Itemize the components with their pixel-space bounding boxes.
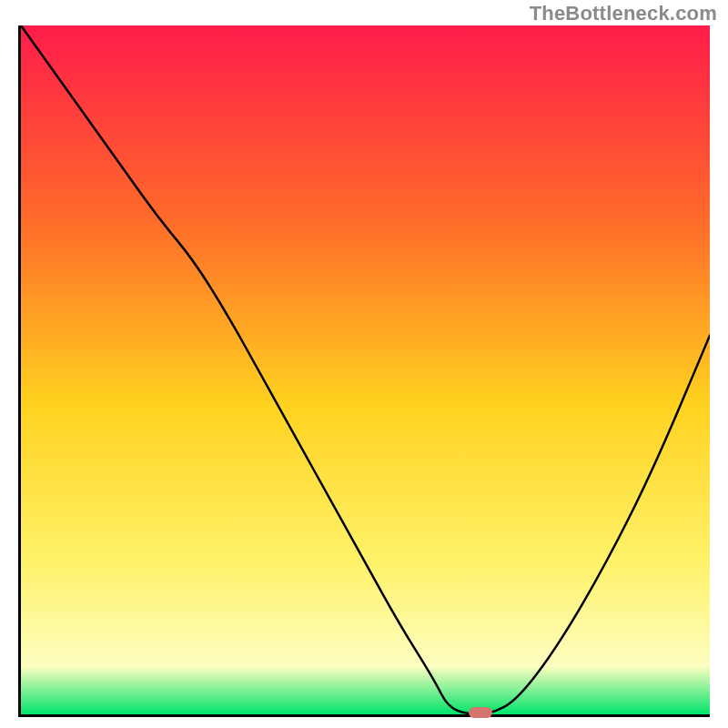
bottleneck-curve: [21, 25, 710, 714]
chart-container: TheBottleneck.com: [0, 0, 728, 728]
optimal-marker: [469, 707, 492, 718]
watermark-text: TheBottleneck.com: [530, 2, 717, 25]
plot-area: [18, 25, 710, 717]
